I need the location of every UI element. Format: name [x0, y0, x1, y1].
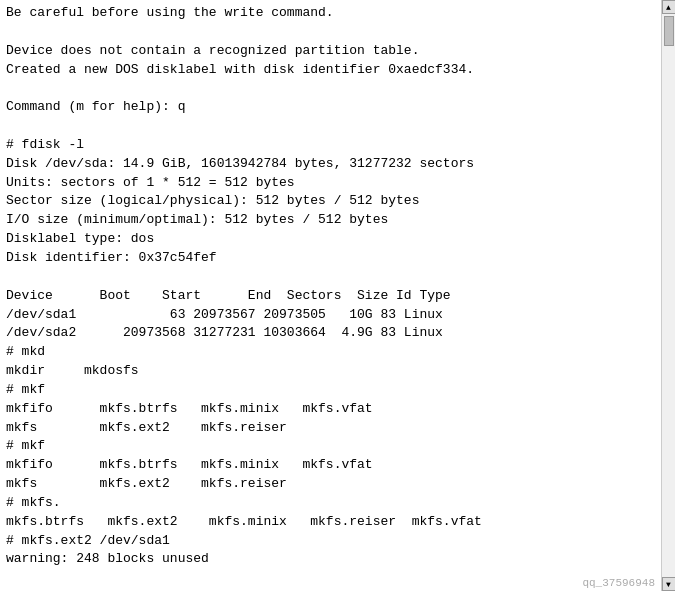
terminal-output: Be careful before using the write comman… [0, 0, 661, 591]
scroll-up-button[interactable]: ▲ [662, 0, 676, 14]
scrollbar-thumb[interactable] [664, 16, 674, 46]
scroll-down-button[interactable]: ▼ [662, 577, 676, 591]
terminal-window: Be careful before using the write comman… [0, 0, 675, 591]
scrollbar[interactable]: ▲ ▼ [661, 0, 675, 591]
scrollbar-track [663, 14, 675, 577]
watermark: qq_37596948 [582, 577, 655, 589]
